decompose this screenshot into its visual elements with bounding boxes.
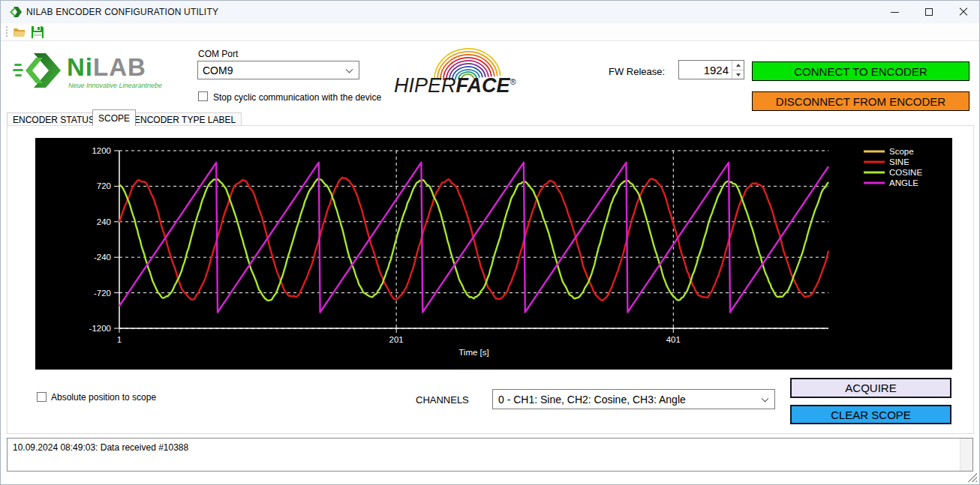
scope-chart: 1200720240-240-720-12001201401Time [s]Sc…	[35, 138, 952, 370]
legend-label-Scope: Scope	[889, 147, 914, 156]
nilab-logo-mark-icon	[13, 52, 65, 89]
open-folder-icon[interactable]	[13, 25, 26, 39]
nilab-logo: NiLAB Neue Innovative Linearantriebe	[13, 52, 185, 95]
status-log: 10.09.2024 08:49:03: Data received #1038…	[7, 438, 973, 472]
y-tick-label: 1200	[92, 146, 111, 155]
nilab-tagline: Neue Innovative Linearantriebe	[68, 82, 162, 89]
com-port-select[interactable]: COM9	[197, 61, 359, 79]
fw-release-value: 1924	[704, 64, 729, 76]
registered-mark: ®	[510, 77, 516, 86]
minimize-icon	[891, 12, 899, 13]
hiperface-bold: FACE	[456, 74, 510, 97]
hiperface-logo: HIPERFACE®	[394, 47, 537, 97]
app-logo-icon	[10, 6, 22, 18]
x-tick-label: 201	[389, 335, 404, 344]
close-icon	[959, 7, 968, 16]
scope-chart-plot: 1200720240-240-720-12001201401Time [s]Sc…	[35, 138, 952, 370]
window-title: NILAB ENCODER CONFIGURATION UTILITY	[26, 7, 218, 17]
hiperface-wordmark: HIPERFACE®	[394, 74, 516, 97]
tab-encoder-status[interactable]: ENCODER STATUS	[7, 112, 101, 126]
y-tick-label: -720	[94, 289, 111, 298]
acquire-button[interactable]: ACQUIRE	[790, 378, 951, 398]
clear-scope-button[interactable]: CLEAR SCOPE	[790, 405, 951, 424]
tab-encoder-type-label[interactable]: ENCODER TYPE LABEL	[128, 112, 242, 126]
series-SINE-line	[119, 178, 828, 301]
title-bar[interactable]: NILAB ENCODER CONFIGURATION UTILITY	[1, 1, 980, 23]
stop-cyclic-label: Stop cyclic communication with the devic…	[213, 92, 381, 103]
spin-up-icon	[736, 64, 741, 67]
logo-ni: Ni	[67, 53, 93, 81]
spin-down-icon	[736, 73, 741, 76]
y-tick-label: -240	[94, 253, 111, 262]
chevron-down-icon	[762, 394, 769, 402]
maximize-button[interactable]	[912, 1, 946, 23]
series-ANGLE-line	[119, 163, 828, 313]
x-tick-label: 1	[117, 335, 122, 344]
fw-spin-buttons	[732, 61, 744, 79]
spin-up-button[interactable]	[732, 61, 744, 70]
legend-label-ANGLE: ANGLE	[889, 178, 918, 187]
spin-down-button[interactable]	[732, 70, 744, 79]
status-message: 10.09.2024 08:49:03: Data received #1038…	[13, 442, 188, 453]
absolute-position-checkbox[interactable]	[37, 392, 47, 402]
resize-grip-icon[interactable]	[968, 473, 977, 482]
fw-release-label: FW Release:	[609, 66, 665, 77]
com-port-value: COM9	[203, 64, 233, 76]
stop-cyclic-checkbox[interactable]	[198, 91, 208, 101]
fw-release-spinner[interactable]: 1924	[678, 60, 744, 79]
toolbar	[1, 23, 980, 41]
minimize-button[interactable]	[877, 1, 912, 23]
disconnect-button[interactable]: DISCONNECT FROM ENCODER	[752, 91, 969, 111]
y-tick-label: -1200	[89, 324, 111, 333]
status-scrollbar[interactable]	[960, 439, 972, 471]
x-tick-label: 401	[666, 335, 681, 344]
chevron-down-icon	[346, 65, 353, 73]
toolbar-grip[interactable]	[6, 26, 8, 38]
legend-label-COSINE: COSINE	[889, 168, 922, 177]
channels-select[interactable]: 0 - CH1: Sine, CH2: Cosine, CH3: Angle	[492, 389, 775, 409]
app-window: NILAB ENCODER CONFIGURATION UTILITY	[0, 0, 980, 485]
channels-label: CHANNELS	[416, 394, 469, 406]
close-button[interactable]	[946, 1, 980, 23]
tab-scope[interactable]: SCOPE	[92, 109, 136, 126]
legend-label-SINE: SINE	[889, 157, 909, 166]
x-axis-label: Time [s]	[458, 348, 488, 357]
channels-value: 0 - CH1: Sine, CH2: Cosine, CH3: Angle	[498, 394, 686, 406]
y-tick-label: 720	[97, 181, 111, 190]
hiperface-regular: HIPER	[394, 74, 456, 97]
com-port-label: COM Port	[198, 49, 238, 59]
save-floppy-icon[interactable]	[31, 25, 44, 39]
logo-lab: LAB	[93, 53, 146, 81]
connect-button[interactable]: CONNECT TO ENCODER	[752, 61, 969, 81]
absolute-position-label: Absolute position to scope	[51, 392, 156, 403]
nilab-logo-text: NiLAB	[67, 53, 146, 82]
y-tick-label: 240	[97, 217, 111, 226]
maximize-icon	[925, 8, 933, 16]
